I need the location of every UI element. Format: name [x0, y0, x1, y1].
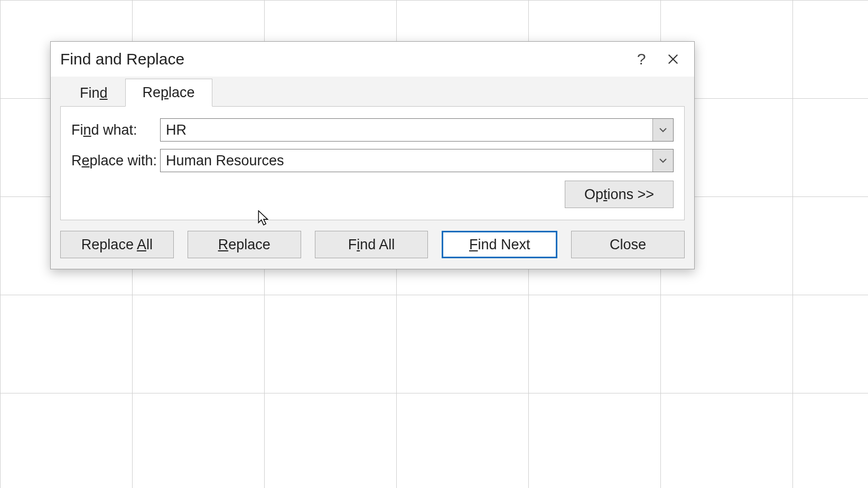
options-button[interactable]: Options >> [565, 181, 674, 208]
close-icon[interactable] [657, 46, 689, 72]
replace-button[interactable]: Replace [188, 231, 301, 258]
replace-all-button[interactable]: Replace All [60, 231, 174, 258]
tab-panel: Find what: Replace with: [60, 106, 685, 220]
options-row: Options >> [71, 181, 674, 208]
replace-with-row: Replace with: [71, 149, 674, 172]
chevron-down-icon [659, 158, 667, 163]
dialog-body: Find Replace Find what: Replace with: [51, 77, 694, 269]
find-replace-dialog: Find and Replace ? Find Replace Find wha… [50, 41, 695, 269]
find-what-label: Find what: [71, 122, 160, 138]
dialog-title: Find and Replace [60, 50, 626, 68]
find-what-input[interactable] [161, 119, 652, 141]
chevron-down-icon [659, 127, 667, 133]
tab-strip: Find Replace [60, 77, 685, 106]
tab-replace-label: Replace [143, 85, 195, 100]
replace-with-label: Replace with: [71, 153, 160, 169]
tab-replace[interactable]: Replace [125, 79, 212, 107]
help-icon[interactable]: ? [626, 46, 657, 72]
tab-find-label: Find [80, 85, 108, 101]
replace-with-dropdown[interactable] [652, 149, 673, 172]
find-all-button[interactable]: Find All [315, 231, 428, 258]
dialog-footer: Replace All Replace Find All Find Next C… [60, 220, 685, 259]
find-what-row: Find what: [71, 118, 674, 142]
dialog-titlebar: Find and Replace ? [51, 42, 694, 77]
tab-find[interactable]: Find [62, 79, 125, 107]
close-button[interactable]: Close [571, 231, 685, 258]
find-what-combo [160, 118, 674, 142]
replace-with-input[interactable] [161, 149, 652, 172]
replace-with-combo [160, 149, 674, 172]
find-next-button[interactable]: Find Next [442, 231, 557, 258]
find-what-dropdown[interactable] [652, 119, 673, 141]
